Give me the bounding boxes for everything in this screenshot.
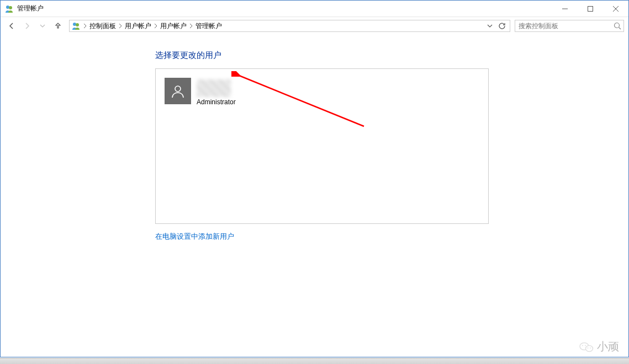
svg-point-0 bbox=[6, 6, 9, 9]
chevron-right-icon[interactable] bbox=[154, 24, 158, 28]
refresh-button[interactable] bbox=[496, 20, 508, 31]
address-bar[interactable]: 控制面板 用户帐户 用户帐户 管理帐户 bbox=[69, 20, 510, 32]
wechat-icon bbox=[579, 341, 594, 353]
svg-point-1 bbox=[9, 6, 12, 9]
titlebar: 管理帐户 bbox=[1, 1, 628, 17]
maximize-button[interactable] bbox=[578, 1, 603, 17]
breadcrumb-item[interactable]: 管理帐户 bbox=[193, 22, 224, 31]
svg-rect-3 bbox=[588, 6, 593, 11]
search-icon[interactable] bbox=[614, 22, 621, 30]
user-list-box: Administrator bbox=[155, 68, 489, 224]
user-accounts-icon bbox=[5, 4, 14, 13]
watermark: 小顽 bbox=[579, 339, 619, 354]
minimize-button[interactable] bbox=[552, 1, 578, 17]
forward-button[interactable] bbox=[20, 19, 34, 33]
svg-point-15 bbox=[582, 345, 583, 346]
search-input[interactable] bbox=[517, 22, 614, 30]
breadcrumb-item[interactable]: 用户帐户 bbox=[123, 22, 154, 31]
page-heading: 选择要更改的用户 bbox=[155, 50, 628, 61]
svg-point-16 bbox=[585, 345, 586, 346]
user-text: Administrator bbox=[197, 78, 236, 106]
svg-point-17 bbox=[588, 347, 589, 349]
svg-point-14 bbox=[586, 345, 593, 351]
taskbar-hint bbox=[0, 358, 629, 364]
user-entry[interactable]: Administrator bbox=[165, 78, 479, 106]
content-area: 选择要更改的用户 Administrator 在电脑设置中添加新用户 bbox=[1, 35, 628, 242]
user-name-redacted bbox=[197, 79, 231, 97]
watermark-text: 小顽 bbox=[597, 339, 619, 354]
svg-point-7 bbox=[76, 23, 79, 26]
svg-line-9 bbox=[619, 28, 621, 30]
up-button[interactable] bbox=[51, 19, 65, 33]
recent-locations-button[interactable] bbox=[36, 19, 49, 33]
svg-point-8 bbox=[615, 23, 620, 28]
window-controls bbox=[552, 1, 628, 17]
titlebar-left: 管理帐户 bbox=[5, 4, 44, 13]
chevron-right-icon[interactable] bbox=[118, 24, 123, 28]
window-title: 管理帐户 bbox=[17, 4, 44, 13]
svg-point-6 bbox=[73, 23, 76, 26]
user-avatar-icon bbox=[165, 78, 191, 104]
chevron-right-icon[interactable] bbox=[83, 24, 87, 28]
close-button[interactable] bbox=[603, 1, 628, 17]
breadcrumb-item[interactable]: 用户帐户 bbox=[158, 22, 189, 31]
back-button[interactable] bbox=[5, 19, 18, 33]
user-accounts-icon bbox=[72, 22, 81, 30]
control-panel-window: 管理帐户 bbox=[0, 0, 629, 357]
user-role: Administrator bbox=[197, 98, 236, 106]
chevron-right-icon[interactable] bbox=[189, 24, 193, 28]
svg-point-10 bbox=[175, 86, 181, 92]
address-history-button[interactable] bbox=[484, 20, 495, 31]
breadcrumb-item[interactable]: 控制面板 bbox=[87, 22, 118, 31]
search-box[interactable] bbox=[515, 20, 624, 32]
add-new-user-link[interactable]: 在电脑设置中添加新用户 bbox=[155, 232, 628, 242]
svg-point-18 bbox=[590, 347, 591, 349]
navigation-row: 控制面板 用户帐户 用户帐户 管理帐户 bbox=[1, 17, 628, 35]
address-bar-right bbox=[484, 20, 509, 31]
